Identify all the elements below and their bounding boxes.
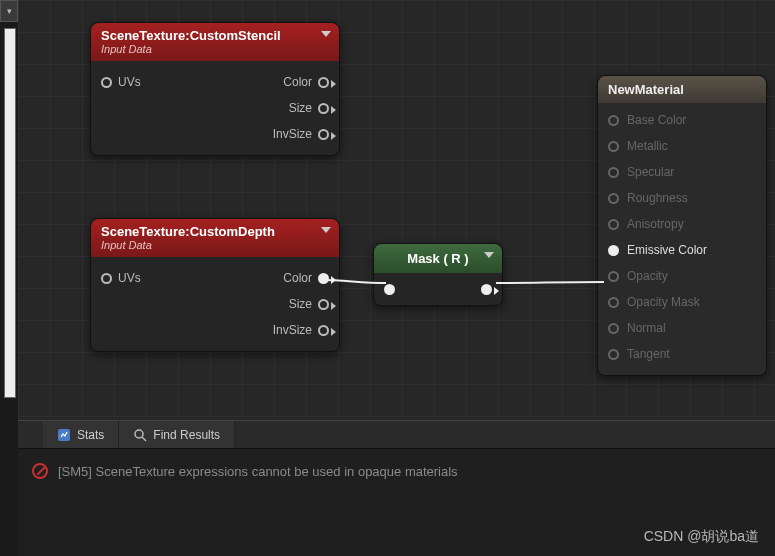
node-body: UVs Color Size InvSize — [91, 61, 339, 155]
output-pin-size[interactable]: Size — [289, 297, 329, 311]
input-pin-uvs[interactable]: UVs — [101, 75, 141, 89]
pin-icon — [318, 77, 329, 88]
node-subtitle: Input Data — [101, 43, 329, 55]
node-mask[interactable]: Mask ( R ) — [373, 243, 503, 306]
output-pin-anisotropy[interactable]: Anisotropy — [608, 211, 756, 237]
watermark: CSDN @胡说ba道 — [644, 528, 759, 546]
pin-icon — [608, 271, 619, 282]
node-material-output[interactable]: NewMaterial Base ColorMetallicSpecularRo… — [597, 75, 767, 376]
output-pin-base-color[interactable]: Base Color — [608, 107, 756, 133]
output-pin[interactable] — [481, 284, 492, 295]
pin-icon — [101, 273, 112, 284]
pin-icon — [101, 77, 112, 88]
pin-icon — [608, 219, 619, 230]
pin-icon — [608, 141, 619, 152]
node-title: SceneTexture:CustomStencil — [101, 28, 329, 43]
pin-icon — [318, 129, 329, 140]
pin-label: Emissive Color — [627, 243, 707, 257]
output-pin-opacity-mask[interactable]: Opacity Mask — [608, 289, 756, 315]
pin-icon — [318, 103, 329, 114]
pin-label: InvSize — [273, 127, 312, 141]
output-pin-tangent[interactable]: Tangent — [608, 341, 756, 367]
output-pin-metallic[interactable]: Metallic — [608, 133, 756, 159]
pin-label: Anisotropy — [627, 217, 684, 231]
svg-line-2 — [142, 437, 146, 441]
toolbar-dropdown[interactable]: ▾ — [0, 0, 18, 22]
pin-label: Opacity — [627, 269, 668, 283]
pin-label: UVs — [118, 271, 141, 285]
output-pin-specular[interactable]: Specular — [608, 159, 756, 185]
pin-label: Base Color — [627, 113, 686, 127]
chevron-down-icon[interactable] — [321, 31, 331, 37]
node-title: Mask ( R ) — [407, 251, 468, 266]
chevron-down-icon[interactable] — [484, 252, 494, 258]
node-scene-texture-stencil[interactable]: SceneTexture:CustomStencil Input Data UV… — [90, 22, 340, 156]
output-pin-roughness[interactable]: Roughness — [608, 185, 756, 211]
search-icon — [133, 428, 147, 442]
node-title: NewMaterial — [608, 82, 684, 97]
output-pin-color[interactable]: Color — [283, 271, 329, 285]
stats-icon — [57, 428, 71, 442]
tab-bar: Stats Find Results — [18, 421, 775, 449]
pin-label: Specular — [627, 165, 674, 179]
tab-stats[interactable]: Stats — [43, 421, 119, 448]
node-header[interactable]: SceneTexture:CustomDepth Input Data — [91, 219, 339, 257]
output-pin-color[interactable]: Color — [283, 75, 329, 89]
tab-find-results[interactable]: Find Results — [119, 421, 235, 448]
chevron-down-icon: ▾ — [7, 6, 12, 16]
pin-label: Normal — [627, 321, 666, 335]
output-pin-emissive-color[interactable]: Emissive Color — [608, 237, 756, 263]
pin-icon — [318, 273, 329, 284]
error-icon — [32, 463, 48, 479]
pin-label: Color — [283, 271, 312, 285]
node-body — [374, 273, 502, 305]
input-pin[interactable] — [384, 284, 395, 295]
node-header[interactable]: SceneTexture:CustomStencil Input Data — [91, 23, 339, 61]
wire-mask-to-emissive — [496, 272, 606, 292]
material-graph[interactable]: SceneTexture:CustomStencil Input Data UV… — [18, 0, 775, 420]
node-scene-texture-depth[interactable]: SceneTexture:CustomDepth Input Data UVs … — [90, 218, 340, 352]
pin-label: InvSize — [273, 323, 312, 337]
error-message-row: [SM5] SceneTexture expressions cannot be… — [18, 449, 775, 493]
pin-icon — [608, 245, 619, 256]
output-pin-normal[interactable]: Normal — [608, 315, 756, 341]
output-pin-invsize[interactable]: InvSize — [273, 127, 329, 141]
pin-label: Color — [283, 75, 312, 89]
pin-label: Metallic — [627, 139, 668, 153]
node-title: SceneTexture:CustomDepth — [101, 224, 329, 239]
node-body: Base ColorMetallicSpecularRoughnessAniso… — [598, 103, 766, 375]
pin-icon — [608, 297, 619, 308]
pin-label: Roughness — [627, 191, 688, 205]
pin-icon — [608, 167, 619, 178]
pin-icon — [608, 115, 619, 126]
node-header[interactable]: Mask ( R ) — [374, 244, 502, 273]
svg-point-1 — [135, 430, 143, 438]
pin-icon — [608, 349, 619, 360]
node-header[interactable]: NewMaterial — [598, 76, 766, 103]
output-pin-opacity[interactable]: Opacity — [608, 263, 756, 289]
tab-label: Find Results — [153, 428, 220, 442]
pin-icon — [318, 299, 329, 310]
pin-label: Opacity Mask — [627, 295, 700, 309]
node-body: UVs Color Size InvSize — [91, 257, 339, 351]
pin-label: Size — [289, 101, 312, 115]
input-pin-uvs[interactable]: UVs — [101, 271, 141, 285]
node-subtitle: Input Data — [101, 239, 329, 251]
pin-icon — [318, 325, 329, 336]
chevron-down-icon[interactable] — [321, 227, 331, 233]
pin-label: Size — [289, 297, 312, 311]
output-pin-invsize[interactable]: InvSize — [273, 323, 329, 337]
tab-label: Stats — [77, 428, 104, 442]
pin-label: UVs — [118, 75, 141, 89]
side-ruler — [4, 28, 16, 398]
output-pin-size[interactable]: Size — [289, 101, 329, 115]
pin-icon — [608, 323, 619, 334]
error-text: [SM5] SceneTexture expressions cannot be… — [58, 464, 458, 479]
pin-icon — [608, 193, 619, 204]
pin-label: Tangent — [627, 347, 670, 361]
